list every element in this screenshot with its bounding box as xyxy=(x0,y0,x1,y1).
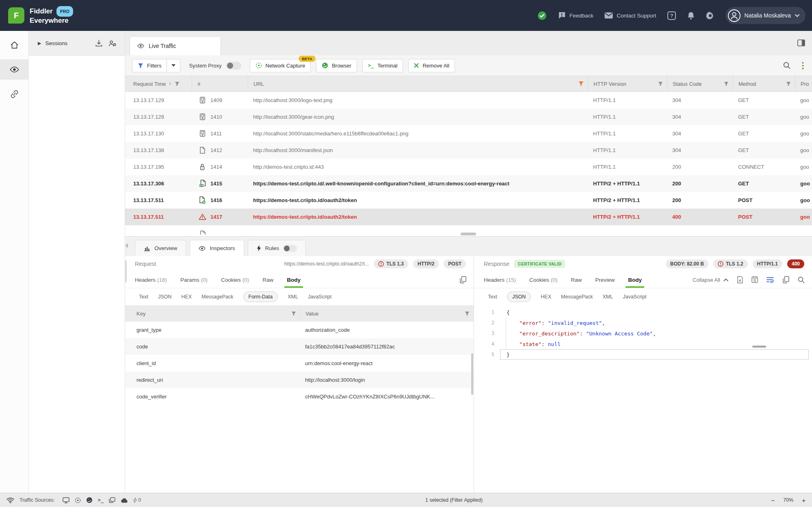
request-tab-cookies-0[interactable]: Cookies(0) xyxy=(221,272,249,288)
tab-inspectors[interactable]: Inspectors xyxy=(190,240,244,256)
traffic-table-row[interactable]: 13.13.17.129 1409 http://localhost:3000/… xyxy=(125,92,812,109)
request-format-tab-json[interactable]: JSON xyxy=(158,292,171,302)
filter-funnel-icon[interactable] xyxy=(175,82,180,86)
search-icon[interactable] xyxy=(783,62,790,69)
response-format-tab-messagepack[interactable]: MessagePack xyxy=(561,292,593,302)
traffic-table-row[interactable]: 13.13.17.306 JSON1415 https://demos-test… xyxy=(125,175,812,192)
sidebar-item-home[interactable] xyxy=(0,35,28,55)
request-tab-body[interactable]: Body xyxy=(287,272,301,288)
filter-funnel-icon[interactable] xyxy=(724,82,729,86)
response-format-tab-xml[interactable]: XML xyxy=(603,292,613,302)
response-format-tab-hex[interactable]: HEX xyxy=(541,292,551,302)
response-tab-body[interactable]: Body xyxy=(628,272,642,288)
zoom-out-button[interactable]: − xyxy=(771,497,775,504)
copy-icon[interactable] xyxy=(460,276,466,283)
request-format-tab-form-data[interactable]: Form-Data xyxy=(243,292,278,302)
traffic-table-row[interactable]: 13.13.17.195 1414 http://demos-test.crii… xyxy=(125,159,812,175)
cloud-icon[interactable] xyxy=(121,498,128,503)
copy-icon[interactable] xyxy=(783,276,789,283)
traffic-table-row[interactable]: 13.13.17.511 1416 https://demos-test.cri… xyxy=(125,192,812,209)
response-tab-raw[interactable]: Raw xyxy=(571,272,582,288)
settings-gear-button[interactable] xyxy=(706,11,715,20)
response-format-tab-json[interactable]: JSON xyxy=(507,292,531,302)
windows-source-icon[interactable] xyxy=(109,497,115,503)
help-button[interactable]: ? xyxy=(667,11,676,20)
request-tab-raw[interactable]: Raw xyxy=(262,272,273,288)
request-format-tab-messagepack[interactable]: MessagePack xyxy=(201,292,234,302)
shared-sessions-icon[interactable] xyxy=(108,40,117,47)
tab-live-traffic[interactable]: Live Traffic xyxy=(130,36,221,55)
zoom-in-button[interactable]: + xyxy=(802,497,806,504)
form-data-row[interactable]: grant_type authorization_code xyxy=(125,322,474,338)
filter-funnel-icon[interactable] xyxy=(465,311,470,316)
network-capture-button[interactable]: Network Capture BETA xyxy=(250,59,311,72)
request-format-tab-xml[interactable]: XML xyxy=(288,292,298,302)
filter-funnel-icon[interactable] xyxy=(291,311,296,316)
sessions-title[interactable]: Sessions xyxy=(45,40,67,46)
column-header-key[interactable]: Key xyxy=(125,305,300,322)
column-header-method[interactable]: Method xyxy=(733,76,795,91)
feedback-button[interactable]: Feedback xyxy=(558,11,593,20)
json-viewer[interactable]: 1{2 "error": "invalid_request",3 "error_… xyxy=(474,305,812,493)
request-format-tab-text[interactable]: Text xyxy=(139,292,148,302)
response-tab-headers-15[interactable]: Headers(15) xyxy=(484,272,516,288)
column-header-value[interactable]: Value xyxy=(300,305,474,322)
request-format-tab-javascript[interactable]: JavaScript xyxy=(308,292,331,302)
column-header-status-code[interactable]: Status Code xyxy=(667,76,733,91)
column-header-http-version[interactable]: HTTP Version xyxy=(588,76,667,91)
user-menu[interactable]: Natalia Moskaleva xyxy=(725,7,806,24)
zoom-level[interactable]: 70% xyxy=(783,497,793,503)
rules-counter[interactable]: 0 xyxy=(133,497,141,503)
import-sessions-icon[interactable] xyxy=(95,40,102,47)
system-capture-icon[interactable] xyxy=(63,497,69,503)
request-tab-headers-18[interactable]: Headers(18) xyxy=(135,272,167,288)
response-tab-cookies-0[interactable]: Cookies(0) xyxy=(529,272,557,288)
column-header-process[interactable]: Pro xyxy=(795,76,812,91)
editor-scrollbar-thumb[interactable] xyxy=(752,346,766,348)
collapse-all-button[interactable]: Collapse All xyxy=(693,277,728,283)
rules-toggle[interactable] xyxy=(283,245,297,252)
export-body-icon[interactable] xyxy=(737,276,743,283)
save-body-icon[interactable] xyxy=(751,276,758,283)
browser-source-icon[interactable] xyxy=(86,497,93,503)
contact-support-button[interactable]: Contact Support xyxy=(604,12,656,19)
traffic-table-row[interactable]: 13.13.17.129 1410 http://localhost:3000/… xyxy=(125,109,812,125)
terminal-button[interactable]: >_ Terminal xyxy=(362,59,403,72)
layout-panels-icon[interactable] xyxy=(797,39,805,46)
terminal-source-icon[interactable]: >_ xyxy=(98,497,104,503)
filter-funnel-icon[interactable] xyxy=(658,82,663,86)
sidebar-item-compose[interactable] xyxy=(0,84,28,104)
word-wrap-icon[interactable] xyxy=(767,277,774,283)
form-data-row[interactable]: code_verifier cHWeQPdvLoZwr-COzhYKnZ8IXC… xyxy=(125,388,474,405)
form-data-row[interactable]: redirect_uri http://localhost:3000/login xyxy=(125,372,474,388)
panel-collapse-handle[interactable] xyxy=(125,243,128,248)
sidebar-item-live-traffic[interactable] xyxy=(0,59,28,80)
browser-button[interactable]: Browser xyxy=(316,59,357,72)
tab-rules[interactable]: Rules xyxy=(248,240,306,256)
horizontal-scrollbar-thumb[interactable] xyxy=(461,233,476,235)
traffic-table-row[interactable]: 13.13.17.138 1412 http://localhost:3000/… xyxy=(125,142,812,159)
search-icon[interactable] xyxy=(798,276,805,283)
request-scrollbar[interactable] xyxy=(125,260,127,283)
remove-all-button[interactable]: Remove All xyxy=(408,59,455,72)
filters-dropdown-button[interactable] xyxy=(167,59,180,72)
form-data-scrollbar[interactable] xyxy=(471,353,473,395)
traffic-table-row[interactable]: 13.13.17.130 1411 http://localhost:3000/… xyxy=(125,125,812,142)
column-header-number[interactable]: # xyxy=(192,76,248,91)
filter-funnel-icon[interactable] xyxy=(786,82,791,86)
response-format-tab-javascript[interactable]: JavaScript xyxy=(623,292,646,302)
system-proxy-toggle[interactable] xyxy=(226,62,241,70)
notifications-bell-button[interactable] xyxy=(687,11,695,20)
response-format-tab-text[interactable]: Text xyxy=(488,292,497,302)
response-tab-preview[interactable]: Preview xyxy=(595,272,615,288)
column-header-request-time[interactable]: Request Time ↑ xyxy=(125,76,192,91)
form-data-row[interactable]: code fa1c35bb2c08417ea84d3957112f82ac xyxy=(125,338,474,355)
tab-overview[interactable]: Overview xyxy=(135,240,186,256)
filter-funnel-active-icon[interactable] xyxy=(578,81,584,86)
request-tab-params-0[interactable]: Params(0) xyxy=(180,272,208,288)
traffic-table-row[interactable]: 13.13.17.511 1417 https://demos-test.cri… xyxy=(125,209,812,225)
form-data-row[interactable]: client_id urn:demos:cool-energy-react xyxy=(125,355,474,372)
capture-target-icon[interactable] xyxy=(75,497,81,503)
more-options-kebab-icon[interactable] xyxy=(802,62,804,70)
column-header-url[interactable]: URL xyxy=(248,76,588,91)
